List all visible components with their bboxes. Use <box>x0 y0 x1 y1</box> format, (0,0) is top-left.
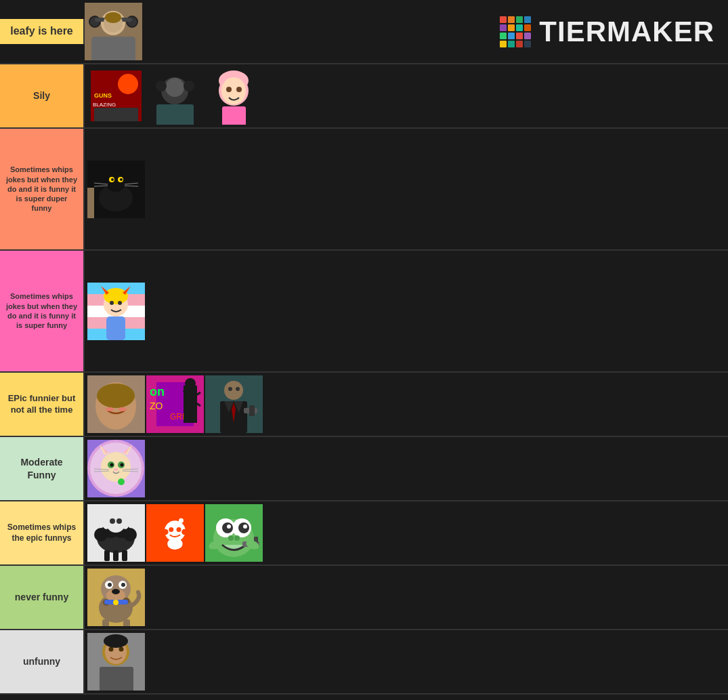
svg-point-143 <box>108 583 112 587</box>
tier-label-moderate: Moderate Funny <box>0 437 85 500</box>
svg-point-16 <box>165 78 184 97</box>
svg-point-144 <box>121 583 125 587</box>
svg-text:GUNS: GUNS <box>94 92 112 99</box>
moderate1-img <box>87 440 145 497</box>
svg-point-108 <box>110 518 115 524</box>
svg-point-52 <box>118 301 122 305</box>
svg-rect-40 <box>87 188 94 218</box>
logo-cell <box>524 16 531 23</box>
sometimes3a-img <box>87 504 145 562</box>
tier-label-sometimes1: Sometimes whips jokes but when they do a… <box>0 129 85 249</box>
svg-point-131 <box>234 535 240 541</box>
svg-point-120 <box>181 529 187 535</box>
svg-rect-111 <box>113 550 119 561</box>
tier-label-text-unfunny: unfunny <box>23 655 60 667</box>
logo-grid-icon <box>500 16 531 47</box>
svg-point-92 <box>121 464 124 467</box>
svg-point-24 <box>226 87 232 92</box>
tier-label-never: never funny <box>0 566 85 629</box>
sily1-img: GUNS BLAZING <box>87 67 145 125</box>
unfunny1-img <box>87 633 145 691</box>
svg-point-18 <box>156 81 167 91</box>
list-item <box>87 633 145 691</box>
svg-point-19 <box>184 81 194 91</box>
list-item <box>87 569 145 626</box>
svg-point-84 <box>101 452 131 482</box>
header-label: leafy is here <box>0 19 85 44</box>
list-item <box>205 504 263 562</box>
logo-cell <box>500 24 507 31</box>
list-item <box>205 67 263 125</box>
tiermaker-logo: TiERMAKER <box>142 16 728 48</box>
tier-content-moderate <box>85 437 728 500</box>
logo-cell <box>508 41 515 47</box>
svg-point-109 <box>116 518 122 524</box>
tier-label-sometimes2: Sometimes whips jokes but when they do a… <box>0 251 85 371</box>
list-item <box>146 504 204 562</box>
list-item <box>146 67 204 125</box>
svg-rect-17 <box>156 104 194 125</box>
never1-img <box>87 569 145 626</box>
svg-point-60 <box>119 407 127 411</box>
tier-label-text-sometimes1: Sometimes whips jokes but when they do a… <box>5 165 78 213</box>
svg-point-91 <box>110 464 114 467</box>
tier-row-sometimes2: Sometimes whips jokes but when they do a… <box>0 251 728 373</box>
svg-text:ZO: ZO <box>150 400 163 411</box>
tier-content-sometimes3 <box>85 501 728 564</box>
tier-row-never: never funny <box>0 566 728 630</box>
tier-row-epic: EPic funnier but not all the time <box>0 373 728 437</box>
sometimes1-img <box>87 161 145 218</box>
svg-rect-154 <box>100 667 133 691</box>
epic1-img <box>87 375 145 433</box>
list-item: on ZO GRF <box>146 375 204 433</box>
svg-point-35 <box>120 178 123 181</box>
svg-point-140 <box>112 589 120 594</box>
svg-text:on: on <box>150 385 165 398</box>
leafy-avatar-item <box>85 3 142 60</box>
svg-point-34 <box>111 178 114 181</box>
list-item <box>87 283 145 340</box>
svg-rect-26 <box>222 106 246 125</box>
svg-rect-149 <box>102 619 109 626</box>
logo-cell <box>500 41 507 47</box>
tier-content-unfunny <box>85 630 728 693</box>
logo-cell <box>508 33 515 39</box>
list-item <box>87 504 145 562</box>
logo-text: TiERMAKER <box>539 16 714 48</box>
svg-point-48 <box>104 288 128 304</box>
epic3-img <box>205 375 263 433</box>
svg-point-29 <box>105 170 127 192</box>
svg-point-81 <box>236 387 240 391</box>
tier-label-text-sometimes2: Sometimes whips jokes but when they do a… <box>5 291 78 330</box>
svg-point-129 <box>243 524 247 529</box>
tier-content-epic: on ZO GRF <box>85 373 728 436</box>
tier-row-sometimes1: Sometimes whips jokes but when they do a… <box>0 129 728 251</box>
tier-label-unfunny: unfunny <box>0 630 85 693</box>
svg-rect-53 <box>106 316 125 340</box>
tier-row-sily: Sily GUNS BLAZING <box>0 64 728 129</box>
logo-cell <box>524 41 531 47</box>
svg-point-157 <box>104 634 128 648</box>
svg-point-117 <box>169 527 173 532</box>
svg-point-59 <box>106 407 114 411</box>
tier-label-text-sily: Sily <box>33 89 50 102</box>
header-row: leafy is here TiERMAKER <box>0 0 728 64</box>
logo-cell <box>516 24 523 31</box>
svg-rect-112 <box>122 550 127 561</box>
logo-cell <box>516 41 523 47</box>
sometimes2-img <box>87 283 145 340</box>
svg-rect-110 <box>104 550 110 561</box>
list-item <box>87 161 145 218</box>
svg-point-7 <box>105 12 121 23</box>
tier-label-epic: EPic funnier but not all the time <box>0 373 85 436</box>
list-item <box>87 375 145 433</box>
leafy-avatar-img <box>85 3 142 60</box>
logo-cell <box>500 33 507 39</box>
logo-cell <box>524 33 531 39</box>
svg-point-25 <box>236 87 242 92</box>
svg-point-118 <box>176 527 181 532</box>
svg-point-12 <box>118 74 138 94</box>
tier-label-sometimes3: Sometimes whips the epic funnys <box>0 501 85 564</box>
sily3-img <box>205 67 263 125</box>
svg-point-107 <box>121 517 129 529</box>
